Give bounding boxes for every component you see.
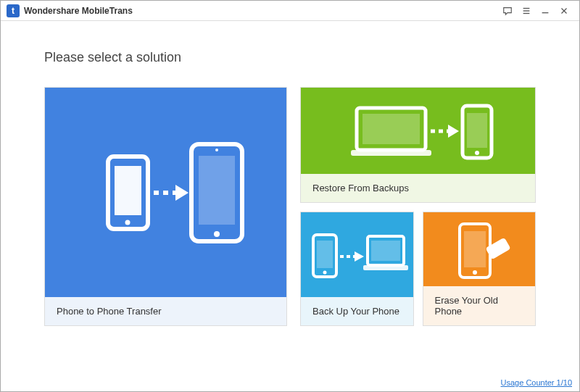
solution-grid: Phone to Phone Transfer bbox=[44, 87, 536, 326]
minimize-button[interactable] bbox=[536, 4, 555, 18]
feedback-icon[interactable] bbox=[498, 4, 517, 18]
erase-icon bbox=[423, 212, 536, 286]
restore-icon bbox=[301, 88, 535, 174]
tile-back-up-your-phone[interactable]: Back Up Your Phone bbox=[300, 212, 414, 326]
usage-counter-link[interactable]: Usage Counter 1/10 bbox=[501, 378, 572, 387]
titlebar: t Wondershare MobileTrans bbox=[1, 1, 579, 21]
tile-label: Erase Your Old Phone bbox=[423, 286, 536, 325]
svg-rect-29 bbox=[464, 231, 486, 267]
svg-point-30 bbox=[473, 270, 477, 275]
tile-erase-your-old-phone[interactable]: Erase Your Old Phone bbox=[423, 212, 536, 326]
svg-point-20 bbox=[475, 151, 479, 155]
svg-point-23 bbox=[323, 271, 327, 275]
app-logo: t bbox=[7, 4, 20, 17]
svg-rect-26 bbox=[371, 241, 400, 261]
page-heading: Please select a solution bbox=[44, 50, 536, 65]
tile-phone-to-phone-transfer[interactable]: Phone to Phone Transfer bbox=[44, 87, 287, 326]
menu-icon[interactable] bbox=[517, 4, 536, 18]
phone-transfer-icon bbox=[45, 88, 286, 297]
app-title: Wondershare MobileTrans bbox=[24, 6, 133, 16]
svg-point-12 bbox=[214, 231, 220, 237]
svg-rect-19 bbox=[467, 113, 487, 148]
close-button[interactable] bbox=[555, 4, 573, 18]
svg-rect-15 bbox=[362, 114, 420, 144]
backup-icon bbox=[301, 212, 413, 297]
svg-point-13 bbox=[215, 149, 218, 151]
svg-rect-11 bbox=[199, 156, 235, 225]
svg-rect-7 bbox=[115, 166, 141, 215]
svg-rect-27 bbox=[363, 265, 408, 270]
tile-label: Back Up Your Phone bbox=[301, 297, 413, 325]
tile-label: Phone to Phone Transfer bbox=[45, 297, 286, 325]
svg-rect-16 bbox=[351, 150, 431, 156]
main-content: Please select a solution bbox=[1, 21, 579, 326]
svg-point-8 bbox=[125, 220, 130, 225]
svg-rect-22 bbox=[317, 241, 333, 268]
tile-restore-from-backups[interactable]: Restore From Backups bbox=[300, 87, 536, 203]
tile-label: Restore From Backups bbox=[301, 174, 535, 202]
